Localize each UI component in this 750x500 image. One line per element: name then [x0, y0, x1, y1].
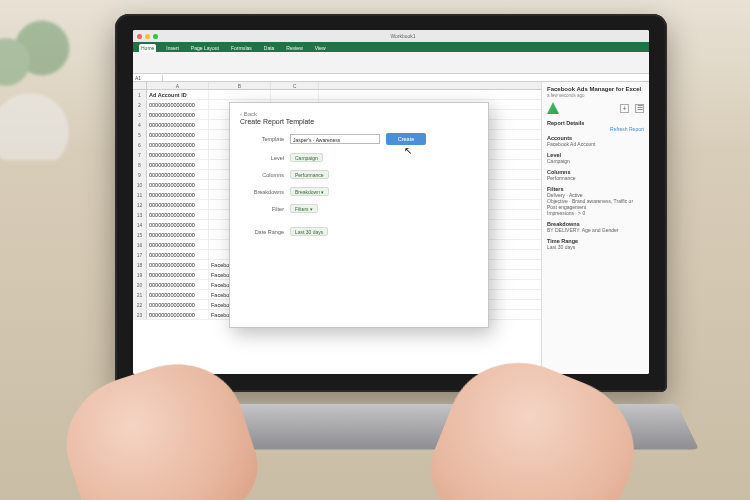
- cell[interactable]: 000000000000000: [147, 190, 209, 199]
- ribbon-tab-home[interactable]: Home: [139, 44, 156, 52]
- row-number[interactable]: 22: [133, 300, 147, 309]
- create-report-dialog: ‹ Back Create Report Template Template J…: [229, 102, 489, 328]
- filter-chip[interactable]: Filters ▾: [290, 204, 318, 213]
- sp-timerange-v: Last 30 days: [547, 244, 644, 250]
- cell[interactable]: [209, 90, 271, 99]
- add-report-button[interactable]: +: [620, 104, 629, 113]
- row-number[interactable]: 7: [133, 150, 147, 159]
- row-number[interactable]: 2: [133, 100, 147, 109]
- row-number[interactable]: 10: [133, 180, 147, 189]
- row-number[interactable]: 12: [133, 200, 147, 209]
- ribbon-tabs: Home Insert Page Layout Formulas Data Re…: [133, 42, 649, 52]
- ribbon-body: [133, 52, 649, 74]
- ribbon-tab-data[interactable]: Data: [262, 44, 277, 52]
- template-input[interactable]: Jasper's - Awareness: [290, 134, 380, 144]
- row-number[interactable]: 21: [133, 290, 147, 299]
- row-number[interactable]: 17: [133, 250, 147, 259]
- cell[interactable]: 000000000000000: [147, 160, 209, 169]
- row-number[interactable]: 4: [133, 120, 147, 129]
- workspace: A B C 1Ad Account ID20000000000000003000…: [133, 82, 649, 374]
- window-title: Workbook1: [161, 33, 645, 39]
- formula-bar: A1: [133, 74, 649, 82]
- cell[interactable]: 000000000000000: [147, 300, 209, 309]
- cell[interactable]: 000000000000000: [147, 270, 209, 279]
- cell[interactable]: 000000000000000: [147, 150, 209, 159]
- ribbon-tab-view[interactable]: View: [313, 44, 328, 52]
- ribbon-tab-review[interactable]: Review: [284, 44, 304, 52]
- breakdowns-chip[interactable]: Breakdown ▾: [290, 187, 329, 196]
- cell[interactable]: 000000000000000: [147, 290, 209, 299]
- app-window: Workbook1 Home Insert Page Layout Formul…: [133, 30, 649, 374]
- cell[interactable]: [271, 90, 319, 99]
- cell[interactable]: 000000000000000: [147, 240, 209, 249]
- sp-filters-v3: Impressions · > 0: [547, 210, 644, 216]
- panel-logo-icon: [547, 102, 559, 114]
- cell[interactable]: 000000000000000: [147, 260, 209, 269]
- row-number[interactable]: 15: [133, 230, 147, 239]
- panel-title: Facebook Ads Manager for Excel: [547, 86, 644, 92]
- panel-menu-button[interactable]: ☰: [635, 104, 644, 113]
- spreadsheet[interactable]: A B C 1Ad Account ID20000000000000003000…: [133, 82, 541, 374]
- cell[interactable]: 000000000000000: [147, 280, 209, 289]
- cell[interactable]: 000000000000000: [147, 310, 209, 319]
- minimize-icon[interactable]: [145, 34, 150, 39]
- cell[interactable]: 000000000000000: [147, 130, 209, 139]
- daterange-label: Date Range: [240, 229, 284, 235]
- row-number[interactable]: 1: [133, 90, 147, 99]
- row-number[interactable]: 9: [133, 170, 147, 179]
- level-chip[interactable]: Campaign: [290, 153, 323, 162]
- breakdowns-label: Breakdowns: [240, 189, 284, 195]
- refresh-report-link[interactable]: Refresh Report: [547, 126, 644, 132]
- row-number[interactable]: 3: [133, 110, 147, 119]
- ribbon-tab-insert[interactable]: Insert: [164, 44, 181, 52]
- cell[interactable]: 000000000000000: [147, 230, 209, 239]
- cell[interactable]: 000000000000000: [147, 140, 209, 149]
- row-number[interactable]: 16: [133, 240, 147, 249]
- row-number[interactable]: 20: [133, 280, 147, 289]
- cell[interactable]: 000000000000000: [147, 110, 209, 119]
- row-number[interactable]: 6: [133, 140, 147, 149]
- template-label: Template: [240, 136, 284, 142]
- dialog-back[interactable]: ‹ Back: [240, 111, 478, 117]
- row-number[interactable]: 23: [133, 310, 147, 319]
- cell[interactable]: 000000000000000: [147, 120, 209, 129]
- cell[interactable]: 000000000000000: [147, 250, 209, 259]
- cell[interactable]: 000000000000000: [147, 170, 209, 179]
- sp-breakdowns-v: BY DELIVERY: Age and Gender: [547, 227, 644, 233]
- panel-subtitle: a few seconds ago: [547, 93, 644, 98]
- close-icon[interactable]: [137, 34, 142, 39]
- columns-chip[interactable]: Performance: [290, 170, 329, 179]
- sp-filters-v2: Objective · Brand awareness, Traffic or …: [547, 198, 644, 210]
- daterange-chip[interactable]: Last 30 days: [290, 227, 328, 236]
- col-header-a[interactable]: A: [147, 82, 209, 89]
- row-number[interactable]: 14: [133, 220, 147, 229]
- row-number[interactable]: 8: [133, 160, 147, 169]
- ribbon-tab-pagelayout[interactable]: Page Layout: [189, 44, 221, 52]
- create-button[interactable]: Create: [386, 133, 426, 145]
- cell[interactable]: 000000000000000: [147, 200, 209, 209]
- name-box[interactable]: A1: [133, 75, 163, 81]
- window-titlebar: Workbook1: [133, 30, 649, 42]
- cell[interactable]: 000000000000000: [147, 210, 209, 219]
- table-row: 1Ad Account ID: [133, 90, 541, 100]
- cell[interactable]: Ad Account ID: [147, 90, 209, 99]
- row-number[interactable]: 19: [133, 270, 147, 279]
- sp-columns-v: Performance: [547, 175, 644, 181]
- level-label: Level: [240, 155, 284, 161]
- scene-background: Workbook1 Home Insert Page Layout Formul…: [0, 0, 750, 500]
- row-number[interactable]: 13: [133, 210, 147, 219]
- cell[interactable]: 000000000000000: [147, 180, 209, 189]
- row-number[interactable]: 11: [133, 190, 147, 199]
- cell[interactable]: 000000000000000: [147, 220, 209, 229]
- laptop-bezel: Workbook1 Home Insert Page Layout Formul…: [115, 14, 667, 392]
- col-header-b[interactable]: B: [209, 82, 271, 89]
- fullscreen-icon[interactable]: [153, 34, 158, 39]
- row-number[interactable]: 5: [133, 130, 147, 139]
- laptop: Workbook1 Home Insert Page Layout Formul…: [115, 14, 667, 392]
- columns-label: Columns: [240, 172, 284, 178]
- addin-panel: Facebook Ads Manager for Excel a few sec…: [541, 82, 649, 374]
- ribbon-tab-formulas[interactable]: Formulas: [229, 44, 254, 52]
- col-header-c[interactable]: C: [271, 82, 319, 89]
- row-number[interactable]: 18: [133, 260, 147, 269]
- cell[interactable]: 000000000000000: [147, 100, 209, 109]
